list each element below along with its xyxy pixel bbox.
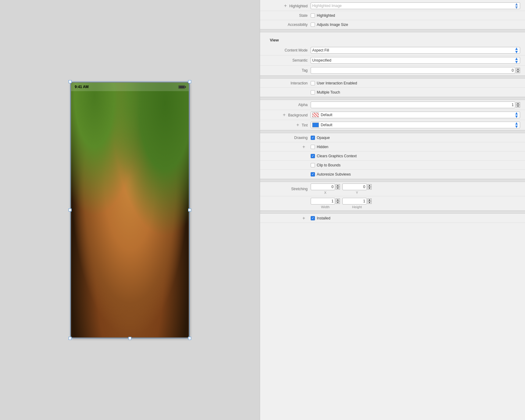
stretch-y-stepper[interactable]: ▲ ▼ xyxy=(367,184,372,190)
stretch-y-field[interactable]: 0 xyxy=(342,183,367,190)
stretch-w-stepper[interactable]: ▲ ▼ xyxy=(336,198,340,204)
plus-tint[interactable]: + xyxy=(296,122,299,127)
autoresize-checkbox[interactable]: ✓ xyxy=(311,172,315,176)
drawing-opaque-row: Drawing ✓ Opaque xyxy=(260,133,525,142)
hidden-plus: + xyxy=(265,144,308,150)
semantic-label: Semantic xyxy=(265,58,308,62)
tint-chevrons: ▲▼ xyxy=(514,122,519,128)
image-view-content: 9:41 AM xyxy=(71,83,189,337)
stretch-w-value: 1 xyxy=(331,199,334,203)
hidden-checkbox[interactable] xyxy=(311,145,315,149)
stretch-x-up[interactable]: ▲ xyxy=(336,184,340,187)
stretch-h-label: Height xyxy=(352,205,362,209)
clears-content: ✓ Clears Graphics Context xyxy=(311,154,520,158)
stretch-y-value: 0 xyxy=(363,185,365,189)
iphone-frame-outer[interactable]: 9:41 AM xyxy=(70,82,190,338)
clip-bounds-row: Clip to Bounds xyxy=(260,161,525,170)
multiple-touch-row: Multiple Touch xyxy=(260,88,525,97)
plus-drawing[interactable]: + xyxy=(302,144,305,149)
highlighted-image-select[interactable]: Highlighted Image ▲▼ xyxy=(311,2,520,9)
semantic-row: Semantic Unspecified ▲▼ xyxy=(260,55,525,66)
autoresize-content: ✓ Autoresize Subviews xyxy=(311,172,520,176)
stretch-x-field[interactable]: 0 xyxy=(311,183,335,190)
tint-label: +Tint xyxy=(265,122,308,128)
alpha-row: Alpha 1 ▲ ▼ xyxy=(260,100,525,110)
installed-row: + ✓ Installed xyxy=(260,214,525,223)
content-mode-value: Aspect Fill xyxy=(312,48,329,52)
alpha-label: Alpha xyxy=(265,103,308,107)
inspector-panel: +Highlighted Highlighted Image ▲▼ State … xyxy=(260,0,525,420)
clears-checkbox-row: ✓ Clears Graphics Context xyxy=(311,154,357,158)
alpha-stepper[interactable]: ▲ ▼ xyxy=(516,102,520,108)
stretch-x-stepper[interactable]: ▲ ▼ xyxy=(336,184,340,190)
drawing-opaque-content: ✓ Opaque xyxy=(311,136,520,140)
plus-highlighted[interactable]: + xyxy=(284,3,287,8)
interaction-row: Interaction User Interaction Enabled xyxy=(260,79,525,88)
installed-content: ✓ Installed xyxy=(311,216,520,220)
autoresize-checkbox-row: ✓ Autoresize Subviews xyxy=(311,172,351,176)
background-select[interactable]: Default ▲▼ xyxy=(311,112,520,118)
highlighted-label: +Highlighted xyxy=(265,3,308,9)
tint-content: Default ▲▼ xyxy=(311,122,520,128)
tag-content: 0 ▲ ▼ xyxy=(311,67,520,74)
state-checkbox[interactable] xyxy=(311,13,315,18)
handle-mid-left[interactable] xyxy=(69,208,72,212)
tag-field[interactable]: 0 xyxy=(311,67,515,74)
installed-plus: + xyxy=(265,215,308,221)
hidden-label: Hidden xyxy=(317,145,328,149)
stretch-h-stepper[interactable]: ▲ ▼ xyxy=(367,198,372,204)
stretch-w-field[interactable]: 1 xyxy=(311,198,335,205)
clip-checkbox[interactable] xyxy=(311,163,315,167)
interaction-label: Interaction xyxy=(265,81,308,85)
clears-checkbox[interactable]: ✓ xyxy=(311,154,315,158)
content-mode-select[interactable]: Aspect Fill ▲▼ xyxy=(311,47,520,54)
accessibility-row: Accessibility Adjusts Image Size xyxy=(260,20,525,29)
clears-graphics-row: ✓ Clears Graphics Context xyxy=(260,151,525,161)
divider-4 xyxy=(260,130,525,133)
alpha-content: 1 ▲ ▼ xyxy=(311,101,520,108)
tag-stepper-down[interactable]: ▼ xyxy=(516,70,520,73)
state-checkbox-row: Highlighted xyxy=(311,13,335,18)
autoresize-label: Autoresize Subviews xyxy=(317,172,351,176)
tag-stepper-up[interactable]: ▲ xyxy=(516,68,520,70)
accessibility-checkbox[interactable] xyxy=(311,23,315,27)
alpha-field[interactable]: 1 xyxy=(311,101,515,108)
tint-row: +Tint Default ▲▼ xyxy=(260,120,525,130)
handle-mid-right[interactable] xyxy=(188,208,191,212)
stretch-w-down[interactable]: ▼ xyxy=(336,201,340,204)
tint-swatch xyxy=(312,123,319,127)
user-interaction-checkbox[interactable] xyxy=(311,81,315,85)
multiple-touch-checkbox[interactable] xyxy=(311,90,315,94)
stretch-h-down[interactable]: ▼ xyxy=(367,201,372,204)
handle-bot-mid[interactable] xyxy=(128,337,131,340)
handle-bot-left[interactable] xyxy=(69,337,72,340)
stretch-h-field[interactable]: 1 xyxy=(342,198,367,205)
semantic-select[interactable]: Unspecified ▲▼ xyxy=(311,57,520,64)
tint-select[interactable]: Default ▲▼ xyxy=(311,122,520,128)
background-value: Default xyxy=(321,113,332,117)
stretch-x-down[interactable]: ▼ xyxy=(336,187,340,190)
stretch-h-up[interactable]: ▲ xyxy=(367,198,372,201)
handle-bot-right[interactable] xyxy=(188,337,191,340)
plus-background[interactable]: + xyxy=(283,112,286,117)
alpha-stepper-down[interactable]: ▼ xyxy=(516,105,520,108)
alpha-stepper-up[interactable]: ▲ xyxy=(516,102,520,105)
tag-row: Tag 0 ▲ ▼ xyxy=(260,66,525,76)
content-mode-row: Content Mode Aspect Fill ▲▼ xyxy=(260,45,525,55)
tag-stepper[interactable]: ▲ ▼ xyxy=(516,68,520,73)
highlighted-chevrons: ▲▼ xyxy=(514,2,519,9)
stretch-y-down[interactable]: ▼ xyxy=(367,187,372,190)
divider-5 xyxy=(260,179,525,182)
divider-1 xyxy=(260,29,525,32)
content-mode-label: Content Mode xyxy=(265,48,308,52)
state-content: Highlighted xyxy=(311,13,520,18)
autoresize-row: ✓ Autoresize Subviews xyxy=(260,170,525,179)
stretching-wh-row: 1 ▲ ▼ Width 1 ▲ ▼ xyxy=(260,196,525,211)
stretch-w-up[interactable]: ▲ xyxy=(336,198,340,201)
installed-checkbox[interactable]: ✓ xyxy=(311,216,315,220)
stretch-y-up[interactable]: ▲ xyxy=(367,184,372,187)
semantic-content: Unspecified ▲▼ xyxy=(311,57,520,64)
plus-installed[interactable]: + xyxy=(302,215,305,221)
hidden-checkbox-row: Hidden xyxy=(311,145,328,149)
opaque-checkbox[interactable]: ✓ xyxy=(311,136,315,140)
